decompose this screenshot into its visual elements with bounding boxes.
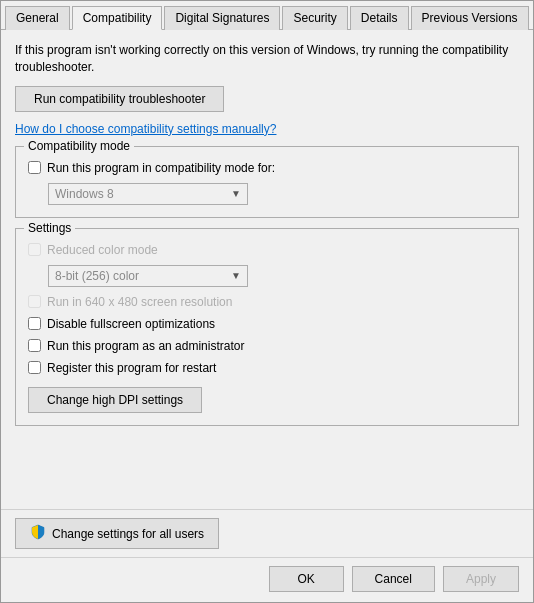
color-select[interactable]: 8-bit (256) color ▼ bbox=[48, 265, 248, 287]
tab-general[interactable]: General bbox=[5, 6, 70, 30]
disable-fullscreen-checkbox[interactable] bbox=[28, 317, 41, 330]
run-640-checkbox[interactable] bbox=[28, 295, 41, 308]
compatibility-mode-title: Compatibility mode bbox=[24, 139, 134, 153]
compatibility-mode-section: Compatibility mode Run this program in c… bbox=[15, 146, 519, 218]
settings-item-4: Run this program as an administrator bbox=[28, 339, 506, 353]
change-dpi-button[interactable]: Change high DPI settings bbox=[28, 387, 202, 413]
disable-fullscreen-label: Disable fullscreen optimizations bbox=[47, 317, 215, 331]
settings-content: Reduced color mode 8-bit (256) color ▼ R… bbox=[28, 243, 506, 413]
change-all-users-label: Change settings for all users bbox=[52, 527, 204, 541]
description-text: If this program isn't working correctly … bbox=[15, 42, 519, 76]
action-buttons-bar: OK Cancel Apply bbox=[1, 557, 533, 602]
reduced-color-checkbox[interactable] bbox=[28, 243, 41, 256]
compat-mode-checkbox[interactable] bbox=[28, 161, 41, 174]
chevron-down-icon: ▼ bbox=[231, 188, 241, 199]
compatibility-mode-content: Run this program in compatibility mode f… bbox=[28, 161, 506, 205]
settings-item-3: Disable fullscreen optimizations bbox=[28, 317, 506, 331]
register-restart-label: Register this program for restart bbox=[47, 361, 216, 375]
compat-select-wrapper: Windows 8 ▼ bbox=[48, 183, 506, 205]
reduced-color-label: Reduced color mode bbox=[47, 243, 158, 257]
run-troubleshooter-button[interactable]: Run compatibility troubleshooter bbox=[15, 86, 224, 112]
tab-compatibility[interactable]: Compatibility bbox=[72, 6, 163, 30]
how-to-link[interactable]: How do I choose compatibility settings m… bbox=[15, 122, 519, 136]
compat-select[interactable]: Windows 8 ▼ bbox=[48, 183, 248, 205]
compat-select-value: Windows 8 bbox=[55, 187, 114, 201]
tab-details[interactable]: Details bbox=[350, 6, 409, 30]
tab-security[interactable]: Security bbox=[282, 6, 347, 30]
change-all-users-button[interactable]: Change settings for all users bbox=[15, 518, 219, 549]
color-select-wrapper: 8-bit (256) color ▼ bbox=[48, 265, 506, 287]
change-all-users-bar: Change settings for all users bbox=[1, 509, 533, 557]
register-restart-checkbox[interactable] bbox=[28, 361, 41, 374]
ok-button[interactable]: OK bbox=[269, 566, 344, 592]
chevron-down-icon: ▼ bbox=[231, 270, 241, 281]
settings-item-2: Run in 640 x 480 screen resolution bbox=[28, 295, 506, 309]
apply-button[interactable]: Apply bbox=[443, 566, 519, 592]
settings-item-5: Register this program for restart bbox=[28, 361, 506, 375]
settings-item-0: Reduced color mode bbox=[28, 243, 506, 257]
tab-digital-signatures[interactable]: Digital Signatures bbox=[164, 6, 280, 30]
run-admin-label: Run this program as an administrator bbox=[47, 339, 244, 353]
compat-mode-checkbox-row: Run this program in compatibility mode f… bbox=[28, 161, 506, 175]
settings-section: Settings Reduced color mode 8-bit (256) … bbox=[15, 228, 519, 426]
run-admin-checkbox[interactable] bbox=[28, 339, 41, 352]
cancel-button[interactable]: Cancel bbox=[352, 566, 435, 592]
tab-previous-versions[interactable]: Previous Versions bbox=[411, 6, 529, 30]
color-select-value: 8-bit (256) color bbox=[55, 269, 139, 283]
tab-bar: General Compatibility Digital Signatures… bbox=[1, 1, 533, 30]
compat-mode-label: Run this program in compatibility mode f… bbox=[47, 161, 275, 175]
tab-content: If this program isn't working correctly … bbox=[1, 30, 533, 509]
shield-icon bbox=[30, 524, 46, 543]
run-640-label: Run in 640 x 480 screen resolution bbox=[47, 295, 232, 309]
settings-title: Settings bbox=[24, 221, 75, 235]
dialog: General Compatibility Digital Signatures… bbox=[0, 0, 534, 603]
